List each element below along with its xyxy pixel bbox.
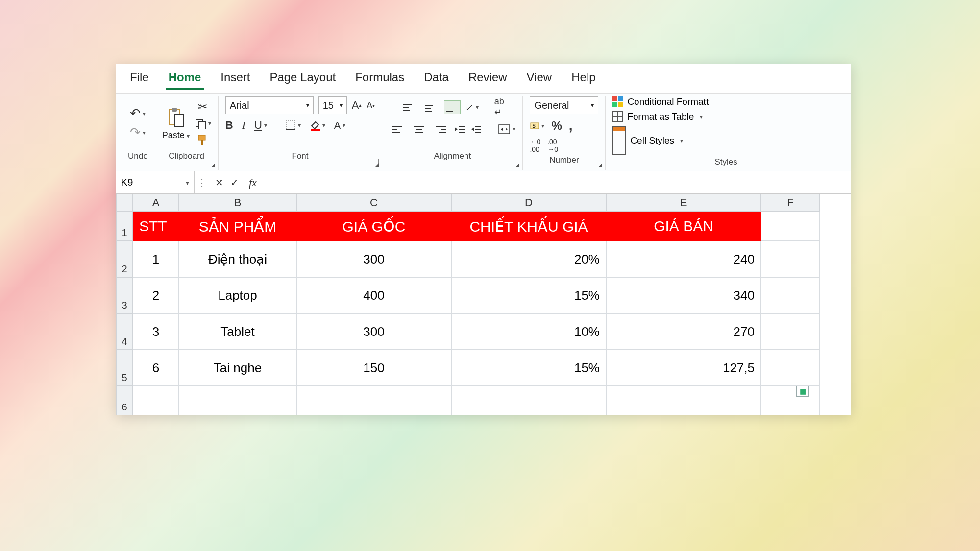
col-header-B[interactable]: B	[179, 194, 296, 212]
cell-F1[interactable]	[761, 212, 820, 241]
clipboard-dialog-launcher[interactable]	[207, 159, 215, 167]
cell-F3[interactable]	[761, 277, 820, 313]
cell-F2[interactable]	[761, 241, 820, 277]
cell-B5[interactable]: Tai nghe	[179, 350, 296, 386]
cell-C5[interactable]: 150	[296, 350, 451, 386]
select-all-corner[interactable]	[116, 194, 133, 212]
cell-D4[interactable]: 10%	[451, 313, 606, 350]
row-header-4[interactable]: 4	[116, 313, 133, 350]
cell-D6[interactable]	[451, 386, 606, 415]
row-header-3[interactable]: 3	[116, 277, 133, 313]
cut-button[interactable]: ✂	[198, 100, 208, 114]
increase-decimal-button[interactable]: ←0.00	[530, 138, 540, 153]
fill-color-button[interactable]	[310, 120, 325, 131]
cell-D1[interactable]: CHIẾT KHẤU GIÁ	[451, 212, 606, 241]
orientation-button[interactable]: ⤢	[466, 101, 479, 113]
tab-file[interactable]: File	[127, 69, 152, 90]
increase-font-button[interactable]: A▴	[352, 99, 362, 112]
fx-label[interactable]: fx	[245, 171, 261, 193]
align-center-button[interactable]	[411, 122, 427, 136]
number-dialog-launcher[interactable]	[594, 159, 602, 167]
paste-button[interactable]: Paste	[162, 106, 190, 141]
redo-button[interactable]: ↷	[130, 125, 146, 140]
cell-C6[interactable]	[296, 386, 451, 415]
merge-center-button[interactable]	[498, 124, 515, 135]
tab-help[interactable]: Help	[568, 69, 598, 90]
col-header-E[interactable]: E	[606, 194, 761, 212]
cell-D2[interactable]: 20%	[451, 241, 606, 277]
cell-A5[interactable]: 6	[133, 350, 179, 386]
italic-button[interactable]: I	[242, 119, 245, 132]
row-header-1[interactable]: 1	[116, 212, 133, 241]
format-painter-button[interactable]	[196, 133, 209, 146]
cell-C1[interactable]: GIÁ GỐC	[296, 212, 451, 241]
decrease-font-button[interactable]: A▾	[367, 100, 375, 111]
format-as-table-button[interactable]: Format as Table	[612, 111, 703, 122]
cell-E2[interactable]: 240	[606, 241, 761, 277]
tab-review[interactable]: Review	[466, 69, 510, 90]
align-left-button[interactable]	[389, 122, 406, 136]
conditional-formatting-button[interactable]: Conditional Formatt	[612, 96, 709, 107]
enter-formula-button[interactable]: ✓	[230, 177, 239, 189]
bold-button[interactable]: B	[225, 119, 233, 132]
align-top-button[interactable]	[401, 100, 417, 114]
font-name-select[interactable]: Arial▾	[225, 96, 314, 114]
increase-indent-button[interactable]	[470, 124, 482, 134]
cell-A4[interactable]: 3	[133, 313, 179, 350]
copy-button[interactable]	[195, 118, 211, 129]
cell-C4[interactable]: 300	[296, 313, 451, 350]
alignment-dialog-launcher[interactable]	[512, 159, 519, 167]
row-header-2[interactable]: 2	[116, 241, 133, 277]
cell-E5[interactable]: 127,5	[606, 350, 761, 386]
cell-E3[interactable]: 340	[606, 277, 761, 313]
cell-C3[interactable]: 400	[296, 277, 451, 313]
row-header-5[interactable]: 5	[116, 350, 133, 386]
tab-view[interactable]: View	[524, 69, 555, 90]
accounting-format-button[interactable]: $	[530, 121, 544, 131]
cell-A2[interactable]: 1	[133, 241, 179, 277]
cell-A1[interactable]: STT	[133, 212, 179, 241]
cell-F5[interactable]	[761, 350, 820, 386]
decrease-indent-button[interactable]	[454, 124, 466, 134]
cell-D3[interactable]: 15%	[451, 277, 606, 313]
cell-A6[interactable]	[133, 386, 179, 415]
name-box[interactable]: K9▾	[116, 171, 195, 193]
cell-A3[interactable]: 2	[133, 277, 179, 313]
align-middle-button[interactable]	[422, 100, 439, 114]
tab-insert[interactable]: Insert	[218, 69, 253, 90]
number-format-select[interactable]: General▾	[530, 96, 598, 114]
cell-F6[interactable]	[761, 386, 820, 415]
cell-E1[interactable]: GIÁ BÁN	[606, 212, 761, 241]
align-right-button[interactable]	[432, 122, 449, 136]
spreadsheet-grid[interactable]: A B C D E F 1 STT SẢN PHẨM GIÁ GỐC CHIẾT…	[116, 194, 851, 415]
percent-format-button[interactable]: %	[551, 119, 562, 133]
cell-styles-button[interactable]: Cell Styles	[612, 126, 683, 155]
cell-B1[interactable]: SẢN PHẨM	[179, 212, 296, 241]
cell-C2[interactable]: 300	[296, 241, 451, 277]
formula-input[interactable]	[261, 171, 851, 193]
col-header-A[interactable]: A	[133, 194, 179, 212]
col-header-F[interactable]: F	[761, 194, 820, 212]
align-bottom-button[interactable]	[444, 100, 461, 114]
wrap-text-button[interactable]: ab↵	[494, 96, 504, 118]
cell-E6[interactable]	[606, 386, 761, 415]
undo-button[interactable]: ↶	[130, 106, 146, 121]
borders-button[interactable]	[285, 120, 301, 131]
cell-F4[interactable]	[761, 313, 820, 350]
tab-data[interactable]: Data	[421, 69, 452, 90]
font-dialog-launcher[interactable]	[371, 159, 379, 167]
cell-B6[interactable]	[179, 386, 296, 415]
cell-B3[interactable]: Laptop	[179, 277, 296, 313]
cell-E4[interactable]: 270	[606, 313, 761, 350]
tab-formulas[interactable]: Formulas	[352, 69, 407, 90]
font-color-button[interactable]: A	[334, 120, 345, 131]
cell-B2[interactable]: Điện thoại	[179, 241, 296, 277]
row-header-6[interactable]: 6	[116, 386, 133, 415]
comma-format-button[interactable]: ,	[569, 118, 573, 134]
cancel-formula-button[interactable]: ✕	[215, 177, 223, 189]
cell-B4[interactable]: Tablet	[179, 313, 296, 350]
tab-page-layout[interactable]: Page Layout	[267, 69, 339, 90]
underline-button[interactable]: U	[254, 119, 267, 132]
font-size-select[interactable]: 15▾	[318, 96, 347, 114]
decrease-decimal-button[interactable]: .00→0	[547, 138, 558, 153]
